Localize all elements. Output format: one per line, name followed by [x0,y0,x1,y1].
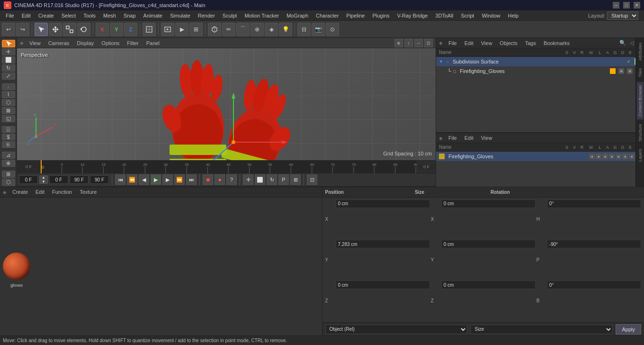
object-type-select[interactable]: Object (Rel) [325,325,468,334]
mat-texture[interactable]: Texture [78,189,98,195]
obj-item-subdivision[interactable]: ▼ ○ Subdivision Surface ✓ [436,57,644,66]
mat-create[interactable]: Create [10,189,30,195]
mat-ball-gloves[interactable] [3,253,30,280]
max-frame-input[interactable] [90,175,109,184]
uvw-mode[interactable]: ⊠ [2,107,15,114]
box-select-tool[interactable]: ⬜ [2,56,15,64]
cube-button[interactable] [208,23,221,36]
menu-snap[interactable]: Snap [120,12,140,19]
mat-edit[interactable]: Edit [34,189,46,195]
scale-tool-button[interactable] [63,23,76,36]
pen-button[interactable]: ✏ [222,23,235,36]
viewport-menu-panel[interactable]: Panel [144,40,161,46]
select-tool-button[interactable] [35,23,48,36]
timeline-btn[interactable]: ⊡ [307,174,317,185]
rot-h-field[interactable]: 0° [547,200,641,208]
vtab-layers[interactable]: Layers [637,146,644,164]
pos-z-field[interactable]: 0 cm [336,281,430,289]
menu-3dtoall[interactable]: 3DToAll [431,12,457,19]
menu-script[interactable]: Script [457,12,478,19]
magnet-tool[interactable]: ⊕ [2,160,15,167]
redo-button[interactable]: ↪ [16,23,29,36]
mat-ball-area[interactable]: gloves [3,253,30,280]
menu-create[interactable]: Create [35,12,58,19]
render-view-button[interactable]: ▶ [175,23,188,36]
axis-x-button[interactable]: X [96,23,109,36]
attr-file[interactable]: File [447,135,459,141]
sculpt-tool-1[interactable]: ⌻ [2,126,15,133]
menu-plugins[interactable]: Plugins [368,12,393,19]
frame-up-btn[interactable]: ▲▼ [39,175,48,184]
axis-y-button[interactable]: Y [110,23,123,36]
menu-help[interactable]: Help [504,12,523,19]
jump-start-btn[interactable]: ⏮ [115,174,125,185]
measure-tool[interactable]: ⊿ [2,152,15,159]
rotate-key-btn[interactable]: ↻ [267,174,277,185]
timeline-ruler[interactable]: 0 5 10 15 20 25 30 35 [41,160,417,173]
menu-pipeline[interactable]: Pipeline [342,12,368,19]
points-mode[interactable]: · [2,83,15,90]
knife-tool[interactable]: ⎘ [2,141,15,148]
viewport-ctrl-3[interactable]: ↔ [414,39,423,47]
menu-render[interactable]: Render [194,12,219,19]
arrow-tool[interactable] [2,40,15,47]
menu-character[interactable]: Character [312,12,342,19]
array-button[interactable]: ⊕ [250,23,264,36]
mat-function[interactable]: Function [50,189,74,195]
axis-z-button[interactable]: Z [124,23,137,36]
world-axis-button[interactable] [143,23,156,36]
viewport-ctrl-1[interactable]: ⊕ [394,39,403,47]
render-region-button[interactable] [161,23,174,36]
obj-mgr-file[interactable]: File [447,40,459,46]
obj-mgr-view[interactable]: View [479,40,494,46]
pos-x-field[interactable]: 0 cm [336,200,430,208]
camera-button[interactable]: 📷 [312,23,325,36]
maximize-button[interactable]: □ [623,2,630,9]
polygons-mode[interactable]: ⬡ [2,99,15,106]
viewport-canvas[interactable]: Perspective Grid Spacing : 10 cm [17,48,436,160]
menu-edit[interactable]: Edit [18,12,35,19]
viewport-menu-cameras[interactable]: Cameras [46,40,72,46]
texture-btn[interactable]: ⬡ [2,179,15,186]
vtab-content-browser[interactable]: Content Browser [637,82,644,119]
next-frame-btn[interactable]: ⏩ [174,174,185,185]
apply-button[interactable]: Apply [616,324,641,335]
prev-key-btn[interactable]: ◀ [139,174,149,185]
edges-mode[interactable]: ⌇ [2,91,15,98]
menu-sculpt[interactable]: Sculpt [219,12,241,19]
deformer-button[interactable]: ◈ [265,23,278,36]
layout-select[interactable]: Startup [607,11,638,20]
pla-key-btn[interactable]: ⊞ [290,174,301,185]
auto-key-btn[interactable]: ● [215,174,225,185]
menu-mograph[interactable]: MoGraph [283,12,312,19]
obj-mgr-bookmarks[interactable]: Bookmarks [542,40,572,46]
obj-mgr-edit[interactable]: Edit [463,40,475,46]
obj-mgr-back-icon[interactable]: ◁ [630,40,634,46]
model-mode[interactable]: ◱ [2,115,15,122]
floor-button[interactable]: ⊟ [297,23,311,36]
viewport-menu-filter[interactable]: Filter [125,40,140,46]
rotate-tool-button[interactable] [77,23,90,36]
rot-p-field[interactable]: -90° [547,240,641,248]
menu-simulate[interactable]: Simulate [166,12,194,19]
menu-motion-tracker[interactable]: Motion Tracker [241,12,283,19]
jump-end-btn[interactable]: ⏭ [186,174,197,185]
close-button[interactable]: ✕ [634,2,640,9]
target-button[interactable]: ⊙ [326,23,339,36]
prev-frame-btn[interactable]: ⏪ [127,174,137,185]
obj-item-gloves[interactable]: └ □ Firefighting_Gloves ▣ ▣ ▣ [436,66,644,76]
start-frame-input[interactable] [49,175,68,184]
vtab-tiles[interactable]: Tiles [637,65,644,80]
param-key-btn[interactable]: P [278,174,289,185]
vtab-structure[interactable]: Structure [637,121,644,145]
menu-vray[interactable]: V-Ray Bridge [394,12,432,19]
rotate-view-tool[interactable]: ↻ [2,64,15,72]
undo-button[interactable]: ↩ [2,23,15,36]
light-button[interactable]: 💡 [279,23,292,36]
attr-edit[interactable]: Edit [463,135,475,141]
attr-item-gloves[interactable]: Firefighting_Gloves ■ ■ ■ ■ ■ ■ ■ ▶ [436,152,644,161]
sculpt-tool-2[interactable]: $ [2,134,15,140]
obj-mgr-objects[interactable]: Objects [498,40,519,46]
size-type-select[interactable]: Size [470,325,613,334]
move-tool-button[interactable] [49,23,62,36]
